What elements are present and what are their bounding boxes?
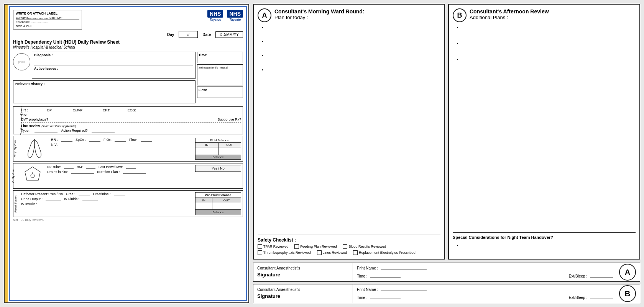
- flow-val[interactable]: [141, 138, 152, 142]
- cardio-system-label: Cardiovascular System: [20, 106, 23, 135]
- dvt-label: DVT prophylaxis?: [21, 118, 48, 121]
- nutrition-val[interactable]: [123, 170, 146, 174]
- urea-val[interactable]: [79, 192, 90, 196]
- diagnosis-content[interactable]: [34, 57, 193, 65]
- balance-row: Balance: [196, 155, 241, 159]
- sig-right-b: Print Name : Time : Ext/Bleep : B: [353, 284, 640, 303]
- gi-fields: NG tube: BM: Last Bowel Mvt: Drains in s…: [47, 165, 192, 174]
- time-ext-row-a: Time : Ext/Bleep :: [357, 274, 636, 278]
- sig-left-b: Consultant Anaesthetist's Signature: [253, 284, 353, 303]
- ext-val-b[interactable]: [590, 299, 613, 299]
- panel-b-inner: B Consultant's Afternoon Review Addition…: [449, 5, 639, 259]
- panel-b-bullets: [453, 24, 636, 230]
- panel-b-titles: Consultant's Afternoon Review Additional…: [470, 8, 549, 20]
- rr-val[interactable]: [61, 138, 72, 142]
- panel-a-title: Consultant's Morning Ward Round:: [274, 8, 365, 15]
- bullet-a-3: [267, 53, 440, 57]
- h-fluid-box: h Fluid Balance IN OUT Balance: [195, 138, 241, 160]
- catheter-label: Catheter Present? Yes / No: [21, 192, 63, 196]
- ext-val-a[interactable]: [590, 277, 613, 278]
- form-subtitle: Ninewells Hospital & Medical School: [13, 45, 243, 49]
- checkbox-feeding[interactable]: [294, 244, 299, 249]
- print-name-val-a[interactable]: [381, 269, 427, 269]
- cardio-section: Cardiovascular System HR : BP : C/JVP: C…: [13, 106, 243, 134]
- time-label: Time:: [199, 53, 242, 57]
- action-val[interactable]: [92, 129, 115, 132]
- iv-fluids-val[interactable]: [82, 197, 98, 201]
- out-val[interactable]: [219, 147, 241, 155]
- iv-insulin-val[interactable]: [38, 205, 61, 205]
- panel-b-header: B Consultant's Afternoon Review Addition…: [453, 8, 636, 22]
- relevant-history-box: Relevant History :: [13, 80, 196, 103]
- print-name-val-b[interactable]: [381, 291, 427, 291]
- day-box[interactable]: #: [179, 31, 198, 38]
- fio2-val[interactable]: [115, 138, 126, 142]
- panel-b: B Consultant's Afternoon Review Addition…: [448, 4, 640, 260]
- creat-val[interactable]: [114, 192, 125, 196]
- active-issues-content[interactable]: [34, 70, 193, 77]
- ecg-val[interactable]: [140, 108, 151, 112]
- checkbox-thrombo[interactable]: [258, 250, 262, 255]
- checkbox-blood[interactable]: [343, 244, 347, 249]
- ng-val[interactable]: [64, 165, 74, 169]
- bm-val[interactable]: [86, 165, 95, 169]
- checkbox-tpar[interactable]: [258, 244, 262, 249]
- badge-a: A: [258, 8, 271, 22]
- blue-border: WRITE OR ATTACH LABEL Surname...........…: [9, 6, 247, 301]
- ext-a: Ext/Bleep :: [569, 274, 613, 278]
- balance-cell: Balance: [196, 210, 241, 215]
- check-feeding[interactable]: Feeding Plan Reviewed: [294, 244, 337, 249]
- time-val-b[interactable]: [370, 299, 401, 299]
- renal-row3: IV Insulin :: [21, 202, 192, 206]
- crt-val[interactable]: [114, 108, 124, 112]
- out-value[interactable]: [212, 203, 241, 210]
- time-val-a[interactable]: [370, 277, 401, 278]
- day-date-row: Day # Date DD/MM/YY: [13, 31, 243, 38]
- right-panels: A Consultant's Morning Ward Round: Plan …: [253, 4, 640, 303]
- urine-val[interactable]: [46, 197, 61, 201]
- check-thrombo[interactable]: Thromboprophylaxis Reviewed: [258, 250, 311, 255]
- checklist-row2: Thromboprophylaxis Reviewed Lines Review…: [258, 250, 440, 255]
- bp-val[interactable]: [58, 108, 69, 112]
- check-tpar[interactable]: TPAR Reviewed: [258, 244, 288, 249]
- flow-label: Flow:: [199, 88, 242, 92]
- spo2-val[interactable]: [89, 138, 100, 142]
- panel-a-titles: Consultant's Morning Ward Round: Plan fo…: [274, 8, 365, 20]
- active-divider: [34, 65, 193, 66]
- cjvp-val[interactable]: [87, 108, 99, 112]
- bp-label: BP :: [47, 108, 54, 112]
- iv-insulin-label: IV Insulin :: [21, 202, 37, 206]
- bowel-val[interactable]: [126, 165, 136, 169]
- check-lines[interactable]: Lines Reviewed: [317, 250, 347, 255]
- gi-row1: NG tube: BM: Last Bowel Mvt:: [47, 165, 192, 169]
- gi-content: NG tube: BM: Last Bowel Mvt: Drains in s…: [21, 165, 241, 187]
- relevant-history-content[interactable]: [15, 86, 193, 101]
- bm-label: BM:: [77, 165, 83, 169]
- hs-row: HS:: [21, 113, 241, 117]
- fluid-24h-label: 24h Fluid Balance: [196, 193, 241, 198]
- checkbox-lines[interactable]: [317, 250, 322, 255]
- urine-label: Urine Output :: [21, 197, 43, 201]
- renal-row2: Urine Output : IV Fluids :: [21, 197, 192, 201]
- print-name-label-a: Print Name :: [357, 266, 378, 270]
- date-box[interactable]: DD/MM/YY: [215, 31, 243, 38]
- electrolytes-label: Replacement Electrolytes Prescribed: [359, 251, 416, 255]
- renal-row1: Catheter Present? Yes / No Urea : Creati…: [21, 192, 192, 196]
- check-electrolytes[interactable]: Replacement Electrolytes Prescribed: [353, 250, 416, 255]
- time-label-b: Time :: [357, 296, 367, 300]
- nutrition-label: Nutrition Plan :: [97, 170, 120, 174]
- checkbox-electrolytes[interactable]: [353, 250, 358, 255]
- date-label: Date: [202, 33, 211, 37]
- fio2-label: FiO₂:: [104, 138, 112, 142]
- in-val[interactable]: [196, 147, 219, 155]
- sig-a-subtitle: Signature: [257, 272, 349, 278]
- type-val[interactable]: [34, 129, 58, 132]
- left-form: WRITE OR ATTACH LABEL Surname...........…: [4, 4, 249, 303]
- blood-label: Blood Results Reviewed: [348, 245, 386, 248]
- sig-right-a: Print Name : Time : Ext/Bleep : A: [353, 263, 640, 281]
- check-blood[interactable]: Blood Results Reviewed: [343, 244, 386, 249]
- in-value[interactable]: [196, 203, 212, 210]
- hr-val[interactable]: [32, 108, 43, 112]
- drains-val[interactable]: [71, 170, 94, 174]
- sig-left-a: Consultant Anaesthetist's Signature: [253, 263, 353, 281]
